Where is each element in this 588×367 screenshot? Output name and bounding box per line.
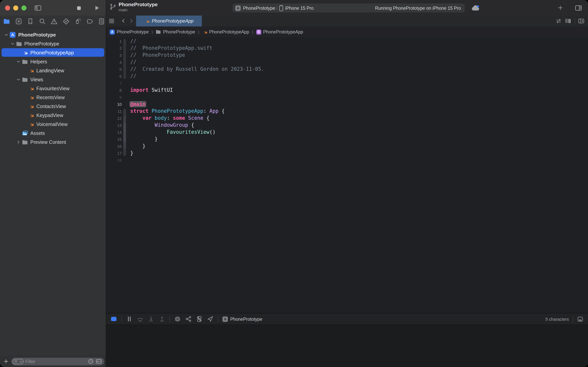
line-number[interactable]: 17	[106, 151, 122, 156]
disclosure-chevron-icon[interactable]	[10, 41, 15, 46]
tree-item-voicemailview[interactable]: VoicemailView	[0, 120, 106, 129]
navigator-tab-find[interactable]	[39, 18, 46, 25]
step-out-icon[interactable]	[159, 316, 165, 322]
swift-icon	[28, 94, 34, 100]
line-number[interactable]: 15	[106, 137, 122, 142]
line-number[interactable]: 11	[106, 109, 122, 114]
line-number[interactable]: 16	[106, 144, 122, 149]
add-toolbar-button[interactable]	[558, 5, 563, 10]
code-fold-ribbon[interactable]	[123, 123, 126, 142]
navigator-filter-field[interactable]: Filter	[11, 358, 104, 365]
jumpbar-item[interactable]: PhonePrototype	[156, 29, 195, 35]
code-line: 9	[106, 94, 588, 101]
related-items-icon[interactable]	[109, 18, 114, 24]
minimize-window-button[interactable]	[13, 5, 18, 10]
swap-editor-icon[interactable]	[556, 18, 562, 24]
filter-options-icon[interactable]	[12, 358, 24, 365]
editor-options-icon[interactable]	[565, 18, 571, 24]
line-number[interactable]: 2	[106, 46, 122, 50]
sidebar-divider[interactable]	[106, 0, 106, 367]
line-number[interactable]: 4	[106, 60, 122, 65]
add-file-button[interactable]	[3, 359, 8, 364]
tree-item-phoneprototype[interactable]: APhonePrototype	[0, 30, 106, 39]
source-control-status-filter-icon[interactable]	[96, 359, 102, 364]
scheme-project-label[interactable]: PhonePrototype	[243, 6, 275, 10]
code-token: Scene	[188, 115, 203, 121]
scheme-app-icon[interactable]: A	[235, 5, 241, 11]
navigator-tab-debug[interactable]	[74, 18, 81, 25]
disclosure-chevron-icon[interactable]	[16, 59, 21, 64]
navigator-tab-breakpoints[interactable]	[86, 18, 93, 25]
folder-icon	[22, 76, 28, 83]
running-process-chip[interactable]: APhonePrototype	[222, 316, 262, 322]
tree-item-helpers[interactable]: Helpers	[0, 57, 106, 66]
memory-graph-icon[interactable]	[185, 316, 192, 322]
swift-file-icon	[144, 18, 150, 24]
go-back-icon[interactable]	[121, 18, 126, 23]
code-token: }	[130, 143, 145, 149]
tree-item-phoneprototypeapp[interactable]: PhonePrototypeApp	[0, 48, 106, 57]
run-button[interactable]	[94, 5, 100, 11]
toggle-navigator-button[interactable]	[34, 4, 42, 12]
tree-item-favouritesview[interactable]: FavouritesView	[0, 84, 106, 93]
tree-item-landingview[interactable]: LandingView	[0, 66, 106, 75]
pause-icon[interactable]	[126, 316, 133, 322]
close-window-button[interactable]	[5, 5, 10, 10]
navigator-tab-bookmarks[interactable]	[27, 18, 34, 25]
disclosure-chevron-icon[interactable]	[16, 77, 21, 82]
run-destination-label[interactable]: iPhone 15 Pro	[285, 6, 314, 10]
tree-item-assets[interactable]: Assets	[0, 129, 106, 138]
code-token	[152, 115, 155, 121]
line-number[interactable]: 3	[106, 53, 122, 58]
navigator-tab-tests[interactable]	[62, 18, 69, 25]
panel-bottom-icon[interactable]	[577, 316, 583, 322]
app-project-icon: A	[110, 29, 115, 34]
swift-icon	[28, 112, 34, 118]
line-number[interactable]: 6	[106, 74, 122, 79]
step-over-icon[interactable]	[137, 316, 143, 322]
line-number[interactable]: 5	[106, 67, 122, 72]
line-number[interactable]: 13	[106, 123, 122, 127]
code-token	[149, 108, 152, 114]
debug-console-area[interactable]: Auto Filter	[106, 325, 588, 367]
jumpbar-item[interactable]: APhonePrototype	[110, 29, 149, 34]
add-editor-icon[interactable]	[578, 18, 585, 24]
tree-item-recentsview[interactable]: RecentsView	[0, 93, 106, 102]
jumpbar-item[interactable]: SPhonePrototypeApp	[256, 29, 303, 34]
tree-item-phoneprototype[interactable]: PhonePrototype	[0, 39, 106, 48]
environment-overrides-icon[interactable]	[196, 316, 203, 322]
tree-item-keypadview[interactable]: KeypadView	[0, 111, 106, 120]
view-hierarchy-icon[interactable]	[174, 316, 181, 322]
code-text: // Created by Russell Gordon on 2023-11-…	[122, 66, 264, 73]
disclosure-chevron-icon[interactable]	[4, 32, 9, 37]
line-number[interactable]: 14	[106, 130, 122, 134]
tab-phoneprototypeapp[interactable]: PhonePrototypeApp	[136, 16, 202, 26]
go-forward-icon[interactable]	[129, 18, 134, 23]
step-into-icon[interactable]	[148, 316, 154, 322]
tree-item-views[interactable]: Views	[0, 75, 106, 84]
line-number[interactable]: 7	[106, 81, 122, 85]
stop-button[interactable]	[76, 5, 82, 11]
line-number[interactable]: 10	[106, 102, 122, 107]
simulate-location-icon[interactable]	[207, 316, 213, 322]
line-number[interactable]: 9	[106, 95, 122, 100]
tree-item-preview-content[interactable]: Preview Content	[0, 138, 106, 147]
source-editor[interactable]: 1//2// PhonePrototypeApp.swift3// PhoneP…	[106, 37, 588, 313]
navigator-tab-project[interactable]	[3, 18, 10, 25]
navigator-tab-issues[interactable]	[50, 18, 58, 25]
disclosure-chevron-icon[interactable]	[16, 140, 21, 145]
navigator-tab-reports[interactable]	[98, 18, 105, 25]
line-number[interactable]: 18	[106, 158, 122, 163]
jumpbar-item[interactable]: PhonePrototypeApp	[202, 29, 249, 34]
toggle-inspector-button[interactable]	[575, 4, 582, 12]
navigator-tab-source-control[interactable]	[15, 18, 22, 25]
line-number[interactable]: 12	[106, 116, 122, 121]
debug-area-toggle-icon[interactable]	[110, 316, 117, 322]
tree-item-contactsview[interactable]: ContactsView	[0, 102, 106, 111]
zoom-window-button[interactable]	[21, 5, 26, 10]
line-number[interactable]: 1	[106, 39, 122, 43]
folder-icon	[156, 29, 161, 35]
recent-files-filter-icon[interactable]	[88, 359, 94, 364]
code-fold-ribbon[interactable]	[123, 39, 126, 79]
line-number[interactable]: 8	[106, 88, 122, 92]
